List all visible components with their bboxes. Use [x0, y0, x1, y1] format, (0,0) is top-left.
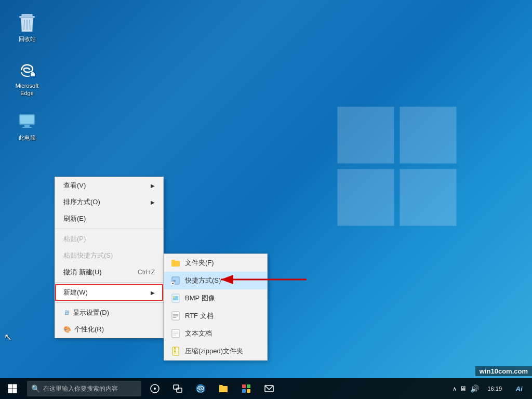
submenu-folder[interactable]: 文件夹(F)	[164, 254, 267, 272]
menu-undo-label: 撤消 新建(U)	[63, 268, 102, 277]
search-icon: 🔍	[31, 384, 40, 393]
taskbar-store-icon	[241, 383, 251, 394]
svg-point-45	[154, 388, 156, 390]
submenu-text-label: 文本文档	[185, 329, 212, 338]
ai-button[interactable]: Ai	[506, 378, 532, 399]
menu-paste[interactable]: 粘贴(P)	[55, 231, 163, 247]
menu-sep1	[55, 229, 163, 229]
taskbar-store-button[interactable]	[235, 378, 258, 399]
bmp-icon	[170, 293, 181, 303]
submenu-zip[interactable]: 压缩(zipped)文件夹	[164, 342, 267, 360]
menu-refresh[interactable]: 刷新(E)	[55, 210, 163, 227]
edge-image	[17, 59, 37, 80]
taskbar-explorer-icon	[218, 383, 229, 394]
submenu-bmp-label: BMP 图像	[185, 294, 215, 303]
tray-chevron[interactable]: ∧	[453, 385, 457, 392]
menu-refresh-label: 刷新(E)	[63, 214, 86, 223]
taskbar: 🔍 在这里输入你要搜索的内容	[0, 378, 532, 399]
system-tray: ∧ 🖥 🔊	[448, 384, 483, 393]
svg-rect-49	[242, 384, 246, 388]
multi-desktop-icon	[173, 384, 182, 393]
taskbar-edge-button[interactable]	[189, 378, 212, 399]
ai-label: Ai	[516, 385, 523, 393]
svg-line-8	[24, 20, 24, 30]
search-box[interactable]: 🔍 在这里输入你要搜索的内容	[27, 381, 141, 396]
menu-paste-shortcut-label: 粘贴快捷方式(S)	[63, 251, 113, 260]
menu-new[interactable]: 新建(W) ▶	[55, 284, 163, 301]
menu-new-arrow: ▶	[151, 290, 155, 296]
this-pc-label: 此电脑	[19, 134, 36, 141]
svg-rect-17	[24, 125, 30, 127]
svg-rect-18	[22, 127, 32, 128]
recycle-bin-label: 回收站	[19, 35, 36, 43]
desktop: 回收站 Microsoft Edge 此电脑	[0, 0, 532, 399]
mouse-cursor: ↖	[4, 331, 12, 343]
menu-sort-label: 排序方式(O)	[63, 197, 100, 207]
menu-new-label: 新建(W)	[63, 288, 88, 297]
shortcut-icon: ≡	[170, 275, 181, 286]
svg-line-10	[30, 20, 30, 30]
menu-undo[interactable]: 撤消 新建(U) Ctrl+Z	[55, 264, 163, 281]
start-button[interactable]	[0, 378, 25, 399]
menu-personalize-icon-small: 🎨	[63, 326, 71, 333]
this-pc-icon[interactable]: 此电脑	[8, 109, 46, 143]
svg-rect-52	[247, 389, 250, 393]
menu-display[interactable]: 🖥 显示设置(D)	[55, 304, 163, 321]
taskbar-mail-icon	[264, 383, 274, 394]
submenu-rtf[interactable]: RTF 文档	[164, 307, 267, 325]
tray-network-icon[interactable]: 🖥	[460, 384, 467, 393]
menu-view-label: 查看(V)	[63, 181, 86, 190]
menu-paste-shortcut[interactable]: 粘贴快捷方式(S)	[55, 247, 163, 264]
svg-point-24	[174, 297, 175, 298]
sub-menu: 文件夹(F) ≡ 快捷方式(S) BMP 图像	[164, 254, 268, 361]
menu-view[interactable]: 查看(V) ▶	[55, 177, 163, 194]
menu-sep3	[55, 302, 163, 303]
menu-sep2	[55, 282, 163, 283]
svg-rect-43	[12, 389, 17, 393]
svg-rect-40	[8, 384, 12, 388]
edge-label: Microsoft Edge	[10, 82, 44, 97]
submenu-bmp[interactable]: BMP 图像	[164, 289, 267, 307]
menu-undo-shortcut: Ctrl+Z	[138, 269, 155, 276]
edge-icon[interactable]: Microsoft Edge	[8, 57, 46, 99]
svg-rect-2	[337, 169, 394, 225]
win10-logo-bg	[335, 104, 459, 229]
svg-rect-41	[12, 384, 17, 388]
clock-time: 16:19	[487, 385, 502, 392]
taskbar-mail-button[interactable]	[258, 378, 281, 399]
menu-view-arrow: ▶	[151, 183, 155, 189]
taskbar-edge-icon	[195, 383, 206, 394]
svg-rect-47	[177, 388, 182, 392]
folder-icon	[170, 258, 181, 268]
taskbar-explorer-button[interactable]	[212, 378, 235, 399]
menu-sort-arrow: ▶	[151, 200, 155, 205]
recycle-bin-icon[interactable]: 回收站	[8, 10, 46, 45]
context-menu: 查看(V) ▶ 排序方式(O) ▶ 刷新(E) 粘贴(P) 粘贴快捷方式(S) …	[55, 177, 164, 338]
start-icon	[8, 384, 17, 393]
this-pc-image	[17, 111, 37, 132]
svg-rect-16	[20, 115, 34, 124]
recycle-bin-image	[17, 12, 37, 33]
task-view-button[interactable]	[143, 378, 166, 399]
menu-personalize[interactable]: 🎨 个性化(R)	[55, 321, 163, 338]
search-placeholder: 在这里输入你要搜索的内容	[43, 384, 118, 393]
tray-volume-icon[interactable]: 🔊	[470, 384, 479, 393]
arrow-annotation	[216, 272, 309, 289]
zip-icon	[170, 346, 181, 356]
menu-personalize-label: 个性化(R)	[74, 325, 155, 334]
svg-rect-1	[400, 107, 456, 163]
svg-rect-46	[174, 385, 179, 389]
menu-sort[interactable]: 排序方式(O) ▶	[55, 194, 163, 210]
watermark-text: win10com.com	[480, 367, 528, 375]
svg-rect-0	[337, 107, 394, 163]
svg-rect-42	[8, 389, 12, 393]
submenu-folder-label: 文件夹(F)	[185, 258, 214, 268]
task-view-icon	[150, 384, 159, 393]
watermark: win10com.com	[475, 366, 532, 376]
multi-desktop-button[interactable]	[166, 378, 189, 399]
submenu-text[interactable]: 文本文档	[164, 325, 267, 342]
clock[interactable]: 16:19	[483, 385, 506, 392]
svg-rect-6	[21, 14, 33, 16]
menu-paste-label: 粘贴(P)	[63, 234, 86, 244]
svg-rect-37	[174, 352, 176, 353]
